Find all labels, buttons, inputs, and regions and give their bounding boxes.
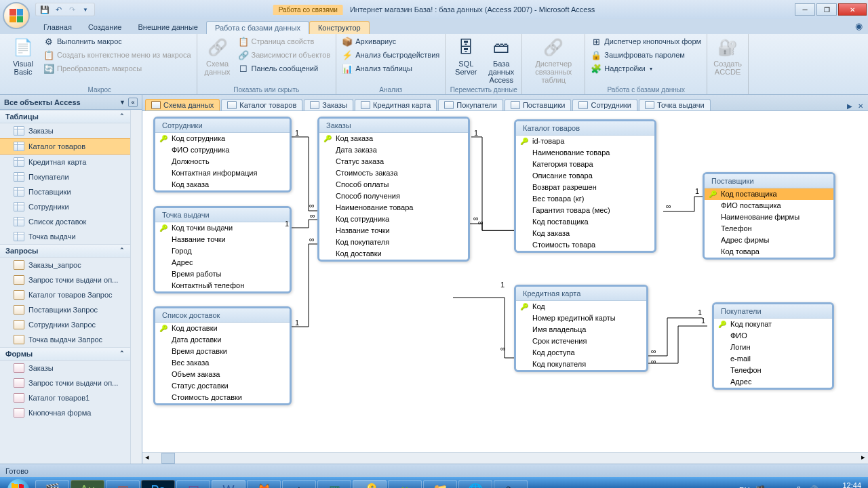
collapse-pane-button[interactable]: « [128,98,138,107]
save-icon[interactable]: 💾 [39,3,51,16]
run-macro-button[interactable]: ⚙Выполнить макрос [42,35,193,47]
nav-item[interactable]: Покупатели [0,169,130,184]
table-field[interactable]: Статус доставки [155,380,290,392]
table-field[interactable]: Наименование товара [516,147,654,159]
switchboard-mgr-button[interactable]: ⊞Диспетчер кнопочных форм [589,35,703,47]
table-field[interactable]: Название точки [155,234,290,245]
table-field[interactable]: Адрес [714,376,832,388]
nav-item[interactable]: Каталог товаров [0,138,130,155]
task-photoshop[interactable]: Ps [141,480,175,488]
table-field[interactable]: Логин [714,342,832,353]
table-field[interactable]: Код заказа [319,133,468,144]
task-word[interactable]: W [212,480,245,488]
task-chrome[interactable]: 🌐 [458,480,492,488]
table-field[interactable]: Название точки [319,225,468,237]
nav-item[interactable]: Кредитная карта [0,155,130,169]
nav-item[interactable]: Заказы [0,123,130,138]
tray-1-icon[interactable]: ■ [785,485,789,488]
sql-server-button[interactable]: 🗄SQL Server [450,35,482,85]
table-field[interactable]: Вес заказа [155,357,290,369]
tray-vol-icon[interactable]: 🔊 [808,485,818,488]
table-header[interactable]: Сотрудники [155,119,290,133]
table-field[interactable]: Время доставки [155,346,290,357]
table-field[interactable]: Номер кредитной карты [516,312,646,324]
task-audition[interactable]: Au [71,480,104,488]
horizontal-scrollbar[interactable]: ◂▸ [142,452,868,464]
nav-item[interactable]: Поставщики Запрос [0,302,130,317]
document-tab[interactable]: Каталог товаров [221,99,302,110]
table-header[interactable]: Список доставок [155,308,290,323]
table-field[interactable]: Стоимость доставки [155,392,290,403]
help-button[interactable]: ◉ [855,21,863,31]
make-accde-button[interactable]: 🔐Создать ACCDE [711,35,744,93]
ribbon-tab[interactable]: Внешние данные [130,21,206,34]
nav-group-header[interactable]: Таблицы⌃ [0,110,130,123]
table-header[interactable]: Покупатели [714,304,832,319]
table-field[interactable]: Код доставки [155,323,290,334]
task-explorer[interactable]: 🗂 [494,480,528,488]
table-field[interactable]: Дата доставки [155,334,290,346]
encrypt-password-button[interactable]: 🔒Зашифровать паролем [589,49,703,61]
task-access[interactable]: 🔑 [353,480,387,488]
table-header[interactable]: Поставщики [705,174,833,188]
table-field[interactable]: ФИО [714,330,832,342]
minimize-button[interactable]: ─ [795,3,815,16]
table-field[interactable]: Стоимость товара [516,239,654,251]
table-field[interactable]: Наименование товара [319,202,468,214]
office-button[interactable] [3,2,30,29]
task-powerpoint[interactable]: ▣ [106,480,140,488]
nav-item[interactable]: Поставщики [0,184,130,199]
table-field[interactable]: Категория товара [516,159,654,170]
nav-group-header[interactable]: Формы⌃ [0,347,130,361]
table-header[interactable]: Каталог товаров [516,121,654,136]
ribbon-tab[interactable]: Главная [35,21,80,34]
nav-item[interactable]: Точка выдачи Запрос [0,332,130,347]
relationships-button[interactable]: 🔗Схема данных [201,35,234,85]
schema-table[interactable]: Кредитная картаКодНомер кредитной картыИ… [514,285,648,372]
document-tab[interactable]: Сотрудники [572,99,637,110]
nav-item[interactable]: Запрос точки выдачи оп... [0,272,130,287]
table-field[interactable]: Телефон [714,365,832,376]
table-header[interactable]: Кредитная карта [516,287,646,301]
table-field[interactable]: Способ оплаты [319,179,468,190]
qat-more-icon[interactable]: ▼ [79,3,92,16]
tray-flag-icon[interactable]: 🏴 [755,485,766,488]
nav-item[interactable]: Список доставок [0,214,130,229]
schema-table[interactable]: Точка выдачиКод точки выдачиНазвание точ… [153,206,292,293]
table-field[interactable]: Описание товара [516,170,654,182]
table-field[interactable]: Возврат разрешен [516,182,654,193]
linked-table-mgr-button[interactable]: 🔗Диспетчер связанных таблиц [526,35,580,93]
schema-table[interactable]: Каталог товаровid-товараНаименование тов… [514,119,656,253]
table-field[interactable]: Код доставки [319,248,468,260]
table-field[interactable]: Адрес фирмы [705,235,833,246]
table-field[interactable]: Наименование фирмы [705,211,833,223]
table-field[interactable]: Код покупателя [319,237,468,248]
table-field[interactable]: Код товара [705,246,833,258]
table-field[interactable]: ФИО сотрудника [155,144,290,156]
table-field[interactable]: Код сотрудника [155,133,290,144]
table-field[interactable]: Объем заказа [155,369,290,380]
document-tab[interactable]: Кредитная карта [355,99,437,110]
ribbon-tab[interactable]: Создание [80,21,130,34]
table-field[interactable]: Код [516,301,646,312]
task-firefox[interactable]: 🦊 [247,480,281,488]
table-field[interactable]: Код заказа [516,228,654,239]
nav-item[interactable]: Каталог товаров Запрос [0,287,130,302]
relationships-canvas[interactable]: СотрудникиКод сотрудникаФИО сотрудникаДо… [142,111,868,452]
nav-group-header[interactable]: Запросы⌃ [0,244,130,258]
tab-scroll-icon[interactable]: ▶ [845,101,854,110]
document-tab[interactable]: Покупатели [438,99,503,110]
start-button[interactable] [3,479,34,488]
document-tab[interactable]: Точка выдачи [639,99,711,110]
close-button[interactable]: ✕ [838,3,867,16]
ribbon-tab[interactable]: Конструктор [309,21,370,34]
addins-button[interactable]: 🧩Надстройки▾ [589,62,703,75]
table-analyze-button[interactable]: 📊Анализ таблицы [340,62,441,75]
table-field[interactable]: Код поставщика [705,188,833,200]
table-field[interactable]: Адрес [155,257,290,268]
visual-basic-button[interactable]: 📄Visual Basic [7,35,39,85]
table-field[interactable]: id-товара [516,136,654,147]
document-tab[interactable]: Поставщики [505,99,572,110]
message-bar-button[interactable]: ☐Панель сообщений [237,62,332,75]
table-field[interactable]: Дата заказа [319,144,468,156]
